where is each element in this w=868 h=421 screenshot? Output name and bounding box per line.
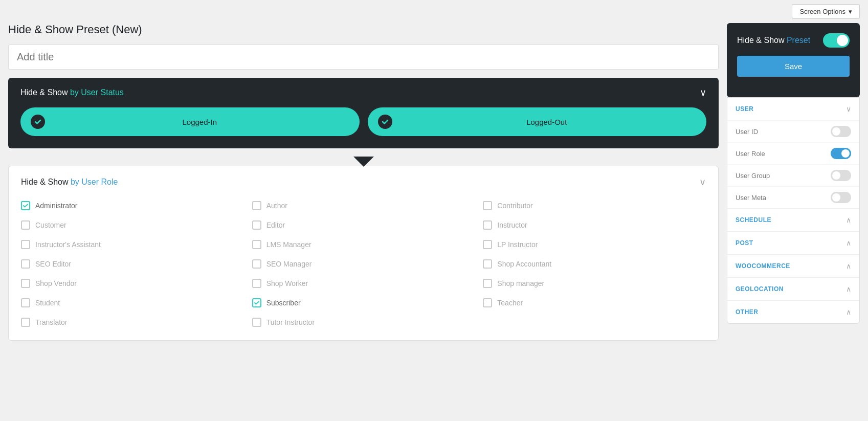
sidebar-section-label: OTHER xyxy=(736,308,759,316)
role-checkbox[interactable] xyxy=(252,298,261,307)
role-grid: AdministratorAuthorContributorCustomerEd… xyxy=(21,198,706,330)
role-item[interactable]: Customer xyxy=(21,217,244,233)
logged-in-check-icon xyxy=(31,115,45,129)
role-checkbox[interactable] xyxy=(21,201,30,210)
role-item[interactable]: Instructor xyxy=(483,217,706,233)
role-item[interactable]: SEO Editor xyxy=(21,256,244,272)
logged-in-button[interactable]: Logged-In xyxy=(20,107,360,136)
role-checkbox[interactable] xyxy=(252,201,261,210)
sidebar-section-header[interactable]: OTHER xyxy=(727,301,859,323)
preset-toggle-slider xyxy=(823,33,850,48)
role-label: Shop Worker xyxy=(266,279,308,287)
role-label: Teacher xyxy=(497,299,523,307)
role-label: Tutor Instructor xyxy=(266,318,315,326)
option-row: User Role xyxy=(727,142,859,164)
role-label: LP Instructor xyxy=(497,240,538,249)
role-checkbox[interactable] xyxy=(252,259,261,269)
user-status-panel-header[interactable]: Hide & Show by User Status ∨ xyxy=(8,78,719,107)
role-item[interactable]: Student xyxy=(21,295,244,311)
option-row-toggle[interactable] xyxy=(831,126,851,137)
preset-toggle[interactable] xyxy=(823,33,850,48)
role-item[interactable]: Tutor Instructor xyxy=(252,315,475,330)
role-item[interactable]: LMS Manager xyxy=(252,237,475,252)
role-item[interactable]: Editor xyxy=(252,217,475,233)
user-section: USER User IDUser RoleUser GroupUser Meta xyxy=(727,98,859,209)
option-row-label: User Group xyxy=(736,172,770,180)
arrow-down-icon xyxy=(353,157,374,167)
role-checkbox[interactable] xyxy=(252,240,261,249)
screen-options-label: Screen Options xyxy=(799,8,845,15)
logged-out-button[interactable]: Logged-Out xyxy=(368,107,707,136)
sidebar-section-label: WOOCOMMERCE xyxy=(736,262,790,270)
role-checkbox[interactable] xyxy=(21,259,30,269)
sidebar-section-header[interactable]: SCHEDULE xyxy=(727,209,859,231)
role-checkbox[interactable] xyxy=(21,220,30,230)
option-toggle-slider xyxy=(831,126,851,137)
sidebar-section-chevron-icon xyxy=(846,308,851,316)
sidebar-section-header[interactable]: WOOCOMMERCE xyxy=(727,255,859,277)
screen-options-button[interactable]: Screen Options ▾ xyxy=(792,4,860,19)
option-row-label: User Meta xyxy=(736,194,766,202)
role-item[interactable]: Shop Accountant xyxy=(483,256,706,272)
role-item[interactable]: Contributor xyxy=(483,198,706,213)
role-checkbox[interactable] xyxy=(483,220,492,230)
arrow-connector xyxy=(8,157,719,167)
title-input[interactable] xyxy=(8,45,719,70)
option-row-label: User ID xyxy=(736,128,758,136)
role-item[interactable]: Shop Worker xyxy=(252,276,475,291)
option-row-label: User Role xyxy=(736,150,765,158)
sidebar-section: GEOLOCATION xyxy=(727,278,859,301)
option-row-toggle[interactable] xyxy=(831,192,851,203)
role-label: SEO Manager xyxy=(266,260,312,268)
role-checkbox[interactable] xyxy=(252,220,261,230)
role-label: Shop Accountant xyxy=(497,260,551,268)
role-checkbox[interactable] xyxy=(21,298,30,307)
role-checkbox[interactable] xyxy=(483,298,492,307)
option-row-toggle[interactable] xyxy=(831,148,851,159)
role-checkbox[interactable] xyxy=(21,318,30,327)
sidebar-preset-title: Hide & Show Preset xyxy=(737,36,810,45)
user-section-rows: User IDUser RoleUser GroupUser Meta xyxy=(727,120,859,208)
sidebar-section-header[interactable]: GEOLOCATION xyxy=(727,278,859,300)
role-checkbox[interactable] xyxy=(21,240,30,249)
role-checkbox[interactable] xyxy=(252,318,261,327)
user-section-header[interactable]: USER xyxy=(727,98,859,120)
option-row: User ID xyxy=(727,120,859,142)
option-row-toggle[interactable] xyxy=(831,170,851,181)
role-label: Customer xyxy=(35,221,66,229)
role-item[interactable]: Instructor's Assistant xyxy=(21,237,244,252)
role-item[interactable]: Shop manager xyxy=(483,276,706,291)
option-row: User Meta xyxy=(727,186,859,208)
left-content: Hide & Show Preset (New) Hide & Show by … xyxy=(8,23,719,341)
role-item[interactable]: Translator xyxy=(21,315,244,330)
sidebar-section: OTHER xyxy=(727,301,859,323)
role-label: Translator xyxy=(35,318,68,326)
role-item[interactable]: LP Instructor xyxy=(483,237,706,252)
role-item[interactable]: Shop Vendor xyxy=(21,276,244,291)
logged-in-label: Logged-In xyxy=(50,118,349,126)
role-checkbox[interactable] xyxy=(21,279,30,288)
top-bar: Screen Options ▾ xyxy=(0,0,868,23)
role-checkbox[interactable] xyxy=(252,279,261,288)
status-buttons-container: Logged-In Logged-Out xyxy=(8,107,719,148)
role-checkbox[interactable] xyxy=(483,279,492,288)
option-toggle-slider xyxy=(831,192,851,203)
screen-options-chevron: ▾ xyxy=(849,8,852,15)
other-sections: SCHEDULEPOSTWOOCOMMERCEGEOLOCATIONOTHER xyxy=(727,209,859,323)
role-label: Author xyxy=(266,202,287,210)
sidebar-section-header[interactable]: POST xyxy=(727,232,859,254)
role-item[interactable]: Administrator xyxy=(21,198,244,213)
role-item[interactable]: Teacher xyxy=(483,295,706,311)
sidebar-options-panel: USER User IDUser RoleUser GroupUser Meta… xyxy=(727,97,860,324)
role-item[interactable]: SEO Manager xyxy=(252,256,475,272)
role-item[interactable]: Subscriber xyxy=(252,295,475,311)
user-role-chevron-icon: ∨ xyxy=(699,176,706,188)
role-checkbox[interactable] xyxy=(483,259,492,269)
role-checkbox[interactable] xyxy=(483,201,492,210)
save-button[interactable]: Save xyxy=(737,56,850,77)
sidebar-section-label: POST xyxy=(736,239,753,247)
role-checkbox[interactable] xyxy=(483,240,492,249)
user-role-panel-header[interactable]: Hide & Show by User Role ∨ xyxy=(21,176,706,188)
role-label: Contributor xyxy=(497,202,532,210)
role-item[interactable]: Author xyxy=(252,198,475,213)
